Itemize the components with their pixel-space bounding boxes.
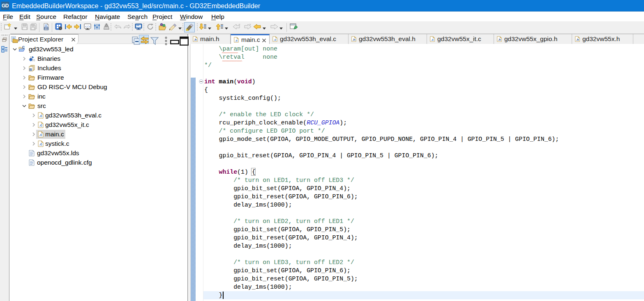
svg-text:.c: .c [431, 38, 434, 41]
svg-text:</>: </> [85, 25, 90, 28]
svg-text:.c: .c [39, 133, 42, 137]
svg-text:.h: .h [194, 38, 197, 41]
svg-text:C: C [22, 46, 25, 49]
svg-text:010: 010 [44, 27, 48, 30]
svg-text:.c: .c [274, 38, 277, 41]
svg-text:.c: .c [39, 142, 42, 146]
svg-text:.c: .c [235, 39, 238, 42]
svg-text:.c: .c [39, 114, 42, 118]
svg-text:.c: .c [39, 123, 42, 127]
svg-text:01: 01 [32, 59, 35, 62]
svg-text:.h: .h [353, 38, 355, 41]
svg-text:.h: .h [576, 38, 579, 41]
svg-text:.h: .h [498, 38, 501, 41]
